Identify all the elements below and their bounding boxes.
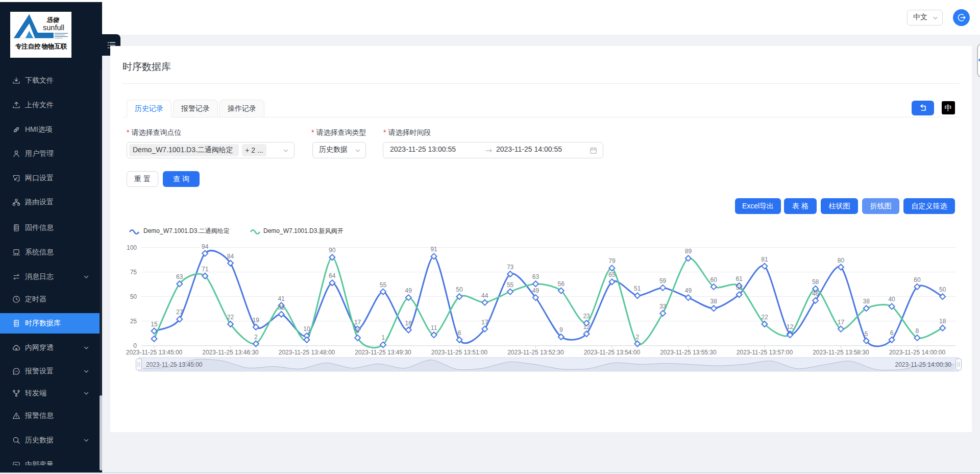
svg-text:55: 55 [380, 281, 387, 289]
svg-text:81: 81 [761, 256, 768, 263]
svg-text:2023-11-25 13:45:00: 2023-11-25 13:45:00 [146, 361, 203, 368]
svg-text:迅饶: 迅饶 [46, 16, 60, 23]
svg-text:90: 90 [329, 247, 336, 254]
svg-text:2: 2 [635, 334, 639, 341]
svg-text:2023-11-25 13:46:30: 2023-11-25 13:46:30 [202, 349, 259, 356]
svg-text:2: 2 [254, 334, 258, 341]
svg-text:sunfull: sunfull [43, 23, 64, 32]
svg-text:56: 56 [558, 280, 565, 288]
svg-text:100: 100 [127, 244, 137, 251]
svg-text:2023-11-25 13:55:30: 2023-11-25 13:55:30 [660, 349, 717, 356]
svg-text:63: 63 [176, 273, 183, 280]
svg-text:55: 55 [507, 281, 514, 289]
svg-text:71: 71 [202, 266, 209, 273]
svg-text:91: 91 [430, 246, 437, 253]
svg-text:60: 60 [710, 276, 718, 283]
svg-text:75: 75 [130, 269, 137, 276]
svg-text:50: 50 [456, 286, 463, 293]
svg-text:12: 12 [787, 323, 794, 330]
svg-text:8: 8 [916, 327, 919, 335]
svg-text:10: 10 [303, 325, 310, 333]
svg-text:49: 49 [685, 287, 692, 294]
svg-text:1: 1 [381, 334, 385, 341]
svg-text:61: 61 [736, 275, 743, 282]
svg-text:80: 80 [838, 257, 845, 264]
svg-text:2023-11-25 13:58:30: 2023-11-25 13:58:30 [813, 349, 869, 356]
svg-text:49: 49 [532, 287, 540, 294]
svg-text:64: 64 [329, 272, 336, 279]
svg-text:23: 23 [583, 313, 590, 320]
svg-text:2023-11-25 13:52:30: 2023-11-25 13:52:30 [507, 349, 564, 356]
svg-text:58: 58 [812, 278, 819, 286]
svg-text:2023-11-25 13:57:00: 2023-11-25 13:57:00 [737, 349, 793, 356]
svg-text:51: 51 [634, 285, 641, 292]
svg-text:52: 52 [736, 284, 743, 291]
svg-text:38: 38 [863, 298, 870, 305]
svg-text:17: 17 [481, 319, 488, 326]
svg-text:50: 50 [130, 293, 137, 300]
svg-text:2023-11-25 14:00:00: 2023-11-25 14:00:00 [889, 349, 946, 356]
svg-text:专注自控 物物互联: 专注自控 物物互联 [15, 42, 67, 50]
svg-text:12: 12 [583, 323, 590, 330]
svg-text:8: 8 [356, 327, 359, 335]
svg-text:0: 0 [133, 342, 137, 349]
svg-text:19: 19 [253, 317, 260, 324]
svg-text:16: 16 [405, 320, 412, 327]
svg-text:27: 27 [176, 309, 183, 316]
svg-text:89: 89 [685, 248, 692, 255]
svg-text:6: 6 [890, 329, 894, 337]
svg-text:2023-11-25 13:51:00: 2023-11-25 13:51:00 [431, 349, 488, 356]
svg-text:79: 79 [608, 257, 616, 265]
svg-text:Demo_W7.1001.D3.新风阀开: Demo_W7.1001.D3.新风阀开 [263, 227, 344, 234]
svg-text:2023-11-25 13:48:00: 2023-11-25 13:48:00 [279, 349, 335, 356]
svg-text:59: 59 [659, 277, 667, 285]
svg-text:18: 18 [939, 318, 946, 325]
svg-text:49: 49 [405, 287, 412, 294]
svg-text:41: 41 [278, 295, 285, 302]
svg-text:65: 65 [608, 271, 616, 278]
svg-text:60: 60 [914, 276, 921, 283]
svg-text:17: 17 [838, 319, 845, 326]
svg-text:2023-11-25 13:45:00: 2023-11-25 13:45:00 [126, 349, 183, 356]
svg-text:38: 38 [710, 298, 718, 305]
svg-text:15: 15 [151, 321, 158, 328]
svg-text:63: 63 [532, 273, 540, 280]
svg-text:6: 6 [458, 329, 461, 337]
svg-text:17: 17 [354, 319, 361, 326]
svg-text:94: 94 [202, 243, 209, 250]
svg-text:46: 46 [812, 290, 819, 297]
svg-text:33: 33 [659, 303, 667, 310]
svg-text:2023-11-25 13:49:30: 2023-11-25 13:49:30 [355, 349, 411, 356]
svg-text:22: 22 [227, 314, 234, 321]
svg-text:11: 11 [431, 324, 437, 331]
svg-text:5: 5 [865, 330, 868, 338]
svg-text:2023-11-25 13:54:00: 2023-11-25 13:54:00 [584, 349, 641, 356]
svg-text:2023-11-25 14:00:30: 2023-11-25 14:00:30 [895, 361, 951, 368]
svg-text:40: 40 [888, 296, 895, 303]
svg-text:25: 25 [130, 318, 137, 325]
svg-text:50: 50 [939, 286, 946, 293]
svg-text:22: 22 [761, 314, 768, 321]
svg-text:Demo_W7.1001.D3.二通阀给定: Demo_W7.1001.D3.二通阀给定 [143, 227, 230, 234]
svg-text:44: 44 [481, 292, 488, 299]
svg-text:84: 84 [227, 253, 234, 260]
svg-text:9: 9 [559, 326, 563, 334]
svg-text:32: 32 [278, 304, 285, 311]
svg-text:73: 73 [507, 264, 514, 271]
